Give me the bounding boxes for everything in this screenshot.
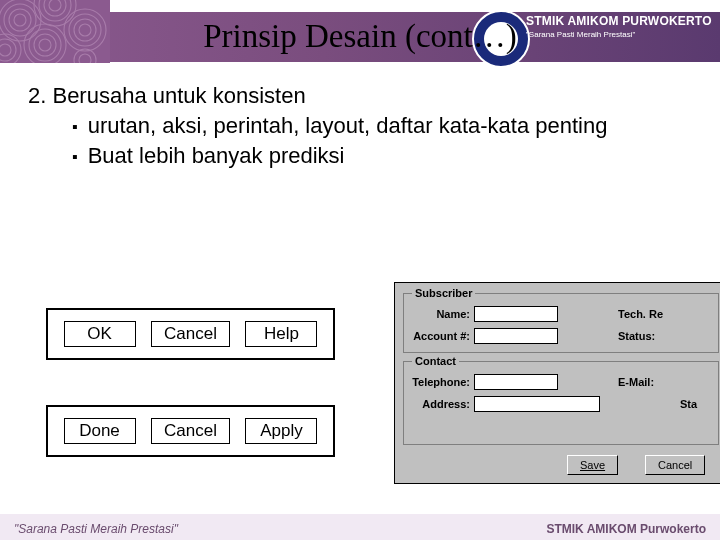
email-label: E-Mail: [618, 376, 654, 388]
telephone-label: Telephone: [408, 376, 470, 388]
address-field[interactable] [474, 396, 600, 412]
contact-legend: Contact [412, 355, 459, 367]
content-block: 2. Berusaha untuk konsisten urutan, aksi… [28, 82, 688, 172]
bullet-text: urutan, aksi, perintah, layout, daftar k… [88, 113, 608, 138]
bullet-item: Buat lebih banyak prediksi [72, 142, 688, 170]
slide-title: Prinsip Desain (cont…) [0, 18, 720, 55]
footer-quote: "Sarana Pasti Meraih Prestasi" [14, 522, 178, 536]
cancel-button[interactable]: Cancel [645, 455, 705, 475]
button-row-1: OK Cancel Help [46, 308, 335, 360]
tech-label: Tech. Re [618, 308, 663, 320]
account-field[interactable] [474, 328, 558, 344]
section-heading: 2. Berusaha untuk konsisten [28, 82, 688, 110]
state-label: Sta [680, 398, 697, 410]
name-field[interactable] [474, 306, 558, 322]
form-panel: Subscriber Name: Tech. Re Account #: Sta… [394, 282, 720, 484]
apply-button[interactable]: Apply [245, 418, 317, 444]
footer-brand: STMIK AMIKOM Purwokerto [546, 522, 706, 536]
subscriber-group: Subscriber Name: Tech. Re Account #: Sta… [403, 293, 719, 353]
subscriber-legend: Subscriber [412, 287, 475, 299]
bullet-text: Buat lebih banyak prediksi [88, 143, 345, 168]
status-label: Status: [618, 330, 655, 342]
save-button[interactable]: Save [567, 455, 618, 475]
contact-group: Contact Telephone: E-Mail: Address: Sta [403, 361, 719, 445]
telephone-field[interactable] [474, 374, 558, 390]
cancel-button[interactable]: Cancel [151, 321, 230, 347]
bullet-item: urutan, aksi, perintah, layout, daftar k… [72, 112, 688, 140]
help-button[interactable]: Help [245, 321, 317, 347]
button-row-2: Done Cancel Apply [46, 405, 335, 457]
account-label: Account #: [408, 330, 470, 342]
cancel-button[interactable]: Cancel [151, 418, 230, 444]
ok-button[interactable]: OK [64, 321, 136, 347]
done-button[interactable]: Done [64, 418, 136, 444]
name-label: Name: [408, 308, 470, 320]
address-label: Address: [408, 398, 470, 410]
